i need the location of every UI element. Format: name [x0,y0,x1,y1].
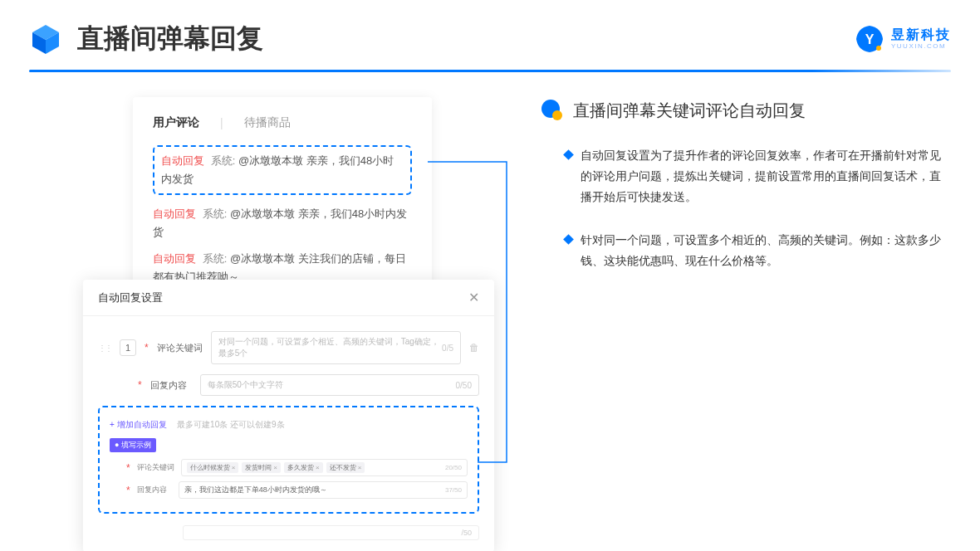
auto-reply-tag: 自动回复 [153,252,196,265]
logo-domain: YUUXIN.COM [891,43,951,50]
drag-handle-icon[interactable]: ⋮⋮ [98,344,111,353]
ex-kw-counter: 20/50 [445,464,462,471]
comment-row: 自动回复 系统: @冰墩墩本墩 亲亲，我们48小时内发货 [161,152,404,188]
close-icon[interactable]: ✕ [468,290,479,305]
keyword-label: 评论关键词 [157,342,203,354]
bullet-text: 自动回复设置为了提升作者的评论回复效率，作者可在开播前针对常见的评论用户问题，提… [581,145,943,208]
content-label: 回复内容 [150,379,192,392]
header-left: 直播间弹幕回复 [29,21,263,57]
required-star-icon: * [145,342,149,354]
example-badge: ● 填写示例 [110,438,156,452]
content-counter: 0/50 [456,381,472,390]
required-star-icon: * [138,379,142,391]
add-auto-reply-link[interactable]: + 增加自动回复 [110,420,167,429]
delete-icon[interactable]: 🗑 [469,342,479,354]
ex-keyword-label: 评论关键词 [137,462,174,473]
auto-reply-tag: 自动回复 [161,154,204,167]
explanation-panel: 直播间弹幕关键词评论自动回复 自动回复设置为了提升作者的评论回复效率，作者可在开… [540,97,951,337]
keyword-tag[interactable]: 什么时候发货× [187,462,239,473]
input-placeholder: 对同一个问题，可设置多个相近、高频的关键词，Tag确定，最多5个 [218,336,442,359]
auto-reply-settings-modal: 自动回复设置 ✕ ⋮⋮ 1 * 评论关键词 对同一个问题，可设置多个相近、高频的… [83,280,494,551]
stub-input[interactable]: /50 [183,525,479,540]
bullet-item: 针对同一个问题，可设置多个相近的、高频的关键词。例如：这款多少钱、这块能优惠吗、… [540,230,951,271]
bullet-text: 针对同一个问题，可设置多个相近的、高频的关键词。例如：这款多少钱、这块能优惠吗、… [581,230,943,271]
modal-title: 自动回复设置 [98,290,163,305]
input-placeholder: 每条限50个中文字符 [208,379,283,391]
logo-name: 昱新科技 [891,28,951,41]
brand-logo: Y 昱新科技 YUUXIN.COM [855,24,951,54]
bullet-item: 自动回复设置为了提升作者的评论回复效率，作者可在开播前针对常见的评论用户问题，提… [540,145,951,208]
comments-tabs: 用户评论 | 待播商品 [153,115,412,130]
content-row: * 回复内容 每条限50个中文字符 0/50 [98,374,479,396]
logo-mark-icon: Y [855,24,884,54]
logo-text: 昱新科技 YUUXIN.COM [891,28,951,50]
system-label: 系统: [211,154,236,167]
ex-keyword-input[interactable]: 什么时候发货× 发货时间× 多久发货× 还不发货× 20/50 [181,459,468,476]
svg-text:Y: Y [865,32,875,46]
cube-icon [29,22,62,56]
keyword-tag[interactable]: 还不发货× [326,462,365,473]
section-title: 直播间弹幕关键词评论自动回复 [573,100,806,122]
chat-bubble-icon [540,99,563,122]
row-number: 1 [120,339,136,356]
example-content-row: * 回复内容 亲，我们这边都是下单48小时内发货的哦～ 37/50 [110,481,468,499]
diamond-bullet-icon [563,149,574,160]
keyword-row: ⋮⋮ 1 * 评论关键词 对同一个问题，可设置多个相近、高频的关键词，Tag确定… [98,331,479,364]
tab-pending-goods[interactable]: 待播商品 [244,115,291,130]
system-label: 系统: [203,252,228,265]
tab-user-comments[interactable]: 用户评论 [153,115,199,130]
highlighted-comment: 自动回复 系统: @冰墩墩本墩 亲亲，我们48小时内发货 [153,145,412,195]
modal-header: 自动回复设置 ✕ [83,280,494,316]
screenshot-panel: 用户评论 | 待播商品 自动回复 系统: @冰墩墩本墩 亲亲，我们48小时内发货… [83,97,498,337]
tab-separator: | [220,116,223,129]
diamond-bullet-icon [563,234,574,245]
system-label: 系统: [203,207,228,220]
ex-content-input[interactable]: 亲，我们这边都是下单48小时内发货的哦～ 37/50 [179,481,468,499]
section-head: 直播间弹幕关键词评论自动回复 [540,99,951,122]
add-hint: 最多可建10条 还可以创建9条 [177,420,284,429]
example-highlight: + 增加自动回复 最多可建10条 还可以创建9条 ● 填写示例 * 评论关键词 … [98,406,479,514]
page-title: 直播间弹幕回复 [77,21,263,57]
keyword-counter: 0/5 [442,344,453,353]
keyword-tag[interactable]: 发货时间× [242,462,281,473]
required-star-icon: * [126,462,130,474]
svg-point-4 [876,46,881,51]
stub-counter: /50 [461,529,472,537]
comment-row: 自动回复 系统: @冰墩墩本墩 亲亲，我们48小时内发货 [153,205,412,241]
auto-reply-tag: 自动回复 [153,207,196,220]
example-keyword-row: * 评论关键词 什么时候发货× 发货时间× 多久发货× 还不发货× 20/50 [110,459,468,476]
ex-content-counter: 37/50 [445,486,462,494]
ex-content-label: 回复内容 [137,485,172,495]
keyword-input[interactable]: 对同一个问题，可设置多个相近、高频的关键词，Tag确定，最多5个 0/5 [211,331,461,364]
svg-point-6 [552,110,562,120]
keyword-tag[interactable]: 多久发货× [284,462,323,473]
page-header: 直播间弹幕回复 Y 昱新科技 YUUXIN.COM [0,0,980,70]
required-star-icon: * [126,485,130,496]
ex-content-text: 亲，我们这边都是下单48小时内发货的哦～ [184,485,327,495]
content-input[interactable]: 每条限50个中文字符 0/50 [200,374,479,396]
